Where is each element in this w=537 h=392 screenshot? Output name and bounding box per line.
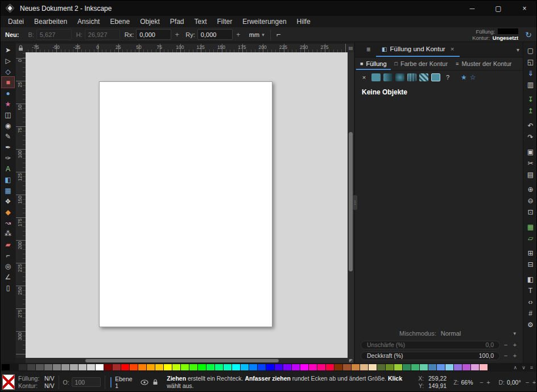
eraser-tool[interactable]: ▰ (2, 239, 14, 250)
palette-color-swatch[interactable] (53, 364, 61, 370)
palette-color-swatch[interactable] (2, 364, 10, 370)
paint-bucket-tool[interactable]: ◆ (2, 207, 14, 217)
rotation-increase-button[interactable]: + (531, 379, 537, 386)
palette-color-swatch[interactable] (87, 364, 95, 370)
dock-collapse-icon[interactable]: ▾ (517, 47, 519, 53)
sharp-corners-button[interactable]: ⌐ (276, 30, 281, 39)
master-opacity-field[interactable]: 100 (72, 377, 101, 387)
text-tool[interactable]: A (2, 163, 14, 174)
palette-color-swatch[interactable] (352, 364, 360, 370)
new-document-button[interactable]: ▢ (525, 45, 536, 56)
group-objects-button[interactable]: ⊞ (525, 247, 536, 259)
dock-tab-close-icon[interactable]: × (451, 46, 455, 52)
create-clone-button[interactable]: ▱ (525, 233, 536, 244)
blur-increase-button[interactable]: + (511, 341, 518, 348)
palette-color-swatch[interactable] (420, 364, 428, 370)
palette-color-swatch[interactable] (360, 364, 368, 370)
no-paint-button[interactable]: × (360, 73, 369, 81)
fill-rule-evenodd-button[interactable]: ☆ (470, 73, 476, 81)
dock-resize-handle[interactable]: ⋮ (353, 195, 357, 210)
palette-color-swatch[interactable] (232, 364, 240, 370)
palette-color-swatch[interactable] (309, 364, 317, 370)
palette-color-swatch[interactable] (249, 364, 257, 370)
palette-color-swatch[interactable] (480, 364, 488, 370)
copy-button[interactable]: ▣ (525, 146, 536, 158)
palette-color-swatch[interactable] (326, 364, 334, 370)
lock-guides-button[interactable] (16, 44, 26, 52)
palette-color-swatch[interactable] (36, 364, 44, 370)
menu-bearbeiten[interactable]: Bearbeiten (29, 18, 72, 26)
height-field[interactable]: 26,927 (85, 29, 120, 40)
tab-farbe-der-kontur[interactable]: □Farbe der Kontur (391, 57, 452, 70)
palette-color-swatch[interactable] (198, 364, 206, 370)
palette-color-swatch[interactable] (206, 364, 214, 370)
linear-gradient-button[interactable] (383, 73, 393, 81)
palette-color-swatch[interactable] (462, 364, 470, 370)
palette-scroll-down-icon[interactable]: ∨ (522, 365, 526, 370)
star-tool[interactable]: ★ (2, 98, 14, 109)
palette-color-swatch[interactable] (164, 364, 172, 370)
swatch-button[interactable] (431, 73, 440, 81)
mesh-gradient-tool[interactable]: ▦ (2, 185, 14, 196)
palette-color-swatch[interactable] (138, 364, 146, 370)
pencil-tool[interactable]: ✎ (2, 131, 14, 142)
blur-decrease-button[interactable]: − (502, 341, 509, 348)
palette-color-swatch[interactable] (377, 364, 385, 370)
palette-color-swatch[interactable] (10, 364, 18, 370)
selector-tool[interactable]: ➤ (2, 44, 14, 55)
palette-color-swatch[interactable] (79, 364, 86, 370)
zoom-decrease-button[interactable]: − (478, 379, 485, 386)
layer-selector[interactable]: Ebene 1 (115, 376, 136, 389)
palette-color-swatch[interactable] (445, 364, 453, 370)
palette-color-swatch[interactable] (172, 364, 180, 370)
palette-color-swatch[interactable] (241, 364, 249, 370)
undo-button[interactable]: ↶ (525, 120, 536, 131)
rotation-decrease-button[interactable]: − (524, 379, 531, 386)
shape-builder-tool[interactable]: ◇ (2, 66, 14, 77)
menu-ansicht[interactable]: Ansicht (72, 18, 105, 26)
fill-color-swatch[interactable] (498, 28, 518, 34)
rectangle-tool[interactable]: ■ (2, 77, 14, 88)
tweak-tool[interactable]: ↝ (2, 217, 14, 228)
palette-color-swatch[interactable] (104, 364, 112, 370)
menu-hilfe[interactable]: Hilfe (292, 18, 316, 26)
palette-color-swatch[interactable] (386, 364, 394, 370)
palette-color-swatch[interactable] (130, 364, 138, 370)
import-image-button[interactable]: ↧ (525, 94, 536, 105)
blend-mode-value[interactable]: Normal (441, 330, 461, 337)
blend-chevron-icon[interactable]: ▾ (513, 331, 516, 336)
minimize-button[interactable]: ─ (459, 1, 485, 16)
mesh-gradient-button[interactable] (407, 73, 416, 81)
palette-color-swatch[interactable] (266, 364, 274, 370)
ry-field[interactable]: 0,000 (197, 29, 233, 40)
ry-increase-button[interactable]: + (236, 31, 241, 39)
gradient-tool[interactable]: ◧ (2, 174, 14, 185)
spiral-tool[interactable]: ◉ (2, 120, 14, 131)
ungroup-objects-button[interactable]: ⊟ (525, 259, 536, 270)
layer-visibility-icon[interactable] (141, 379, 148, 385)
palette-color-swatch[interactable] (437, 364, 445, 370)
blur-slider[interactable]: Unschärfe (%) 0,0 (361, 341, 500, 349)
rotation-value[interactable]: 0,00° (507, 379, 524, 386)
horizontal-scrollbar-thumb[interactable] (85, 359, 279, 362)
opacity-increase-button[interactable]: + (511, 352, 518, 359)
palette-color-swatch[interactable] (369, 364, 377, 370)
zoom-out-button[interactable]: ⊖ (525, 195, 536, 207)
flat-color-button[interactable] (371, 73, 381, 81)
palette-color-swatch[interactable] (317, 364, 325, 370)
zoom-tool[interactable]: ◎ (2, 261, 14, 271)
paste-button[interactable]: ▤ (525, 169, 536, 180)
fill-stroke-dialog-button[interactable]: ◧ (525, 274, 536, 285)
opacity-slider[interactable]: Deckkraft (%) 100,0 (361, 352, 500, 360)
palette-color-swatch[interactable] (113, 364, 121, 370)
pattern-button[interactable] (419, 73, 428, 81)
preferences-button[interactable]: ⚙ (525, 319, 536, 331)
palette-color-swatch[interactable] (428, 364, 436, 370)
menu-filter[interactable]: Filter (212, 18, 238, 26)
palette-color-swatch[interactable] (471, 364, 479, 370)
menu-erweiterungen[interactable]: Erweiterungen (237, 18, 291, 26)
canvas[interactable] (26, 52, 348, 358)
close-button[interactable]: × (511, 1, 537, 16)
palette-color-swatch[interactable] (394, 364, 402, 370)
dock-menu-icon[interactable]: ≡ (366, 46, 370, 53)
